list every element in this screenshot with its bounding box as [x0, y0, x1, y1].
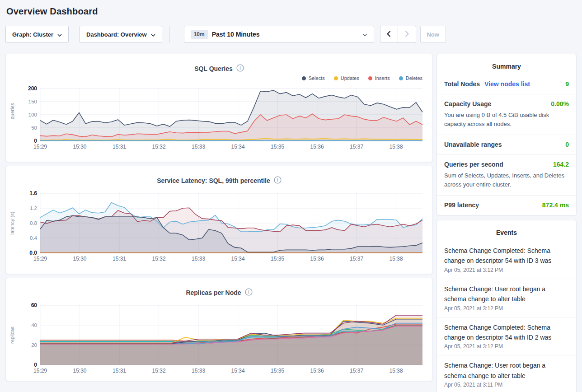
service-latency-chart[interactable]: 15:2915:3015:3115:3215:3315:3415:3515:36…: [19, 187, 426, 266]
chart-card-sql-queries: SQL Queries i Selects Updates Inserts De…: [5, 54, 433, 162]
summary-row-value: 0.00%: [551, 100, 569, 107]
summary-row: Unavailable ranges 0: [437, 135, 576, 154]
chevron-down-icon: [151, 31, 155, 38]
chart-title: Service Latency: SQL, 99th percentile: [157, 177, 270, 184]
svg-text:15:29: 15:29: [33, 368, 47, 374]
legend-item-selects[interactable]: Selects: [302, 75, 325, 81]
summary-row: P99 latency 872.4 ms: [437, 195, 576, 215]
svg-text:15:31: 15:31: [113, 144, 126, 150]
summary-row-description: You are using 0 B of 4.5 GiB usable disk…: [444, 111, 569, 128]
time-prev-button[interactable]: [380, 26, 398, 43]
svg-text:150: 150: [28, 99, 37, 104]
dashboard-dropdown-label: Dashboard: Overview: [86, 31, 147, 38]
info-icon[interactable]: i: [274, 176, 282, 186]
summary-row-label: P99 latency: [444, 201, 479, 209]
chart-plot-wrapper: latency (s) 15:2915:3015:3115:3215:3315:…: [6, 187, 432, 266]
chevron-left-icon: [387, 31, 391, 38]
svg-text:15:31: 15:31: [113, 368, 126, 374]
svg-text:15:29: 15:29: [33, 144, 47, 150]
summary-row-label: Queries per second: [444, 161, 503, 168]
legend-item-deletes[interactable]: Deletes: [399, 75, 422, 81]
event-message: Schema Change Completed: Schema change o…: [444, 322, 569, 343]
summary-row-label: Total Nodes: [444, 80, 480, 88]
view-nodes-list-link[interactable]: View nodes list: [484, 80, 530, 88]
svg-text:15:34: 15:34: [231, 256, 245, 262]
legend-dot-icon: [334, 76, 338, 80]
time-range-dropdown[interactable]: 10m Past 10 Minutes: [184, 26, 374, 43]
svg-text:100: 100: [28, 112, 37, 117]
y-axis-label: latency (s): [9, 191, 15, 255]
legend-dot-icon: [302, 76, 306, 80]
y-axis-label: queries: [9, 79, 15, 143]
events-title: Events: [437, 220, 576, 241]
event-item[interactable]: Schema Change Completed: Schema change o…: [437, 317, 576, 355]
events-list: Schema Change Completed: Schema change o…: [437, 241, 576, 392]
svg-text:15:35: 15:35: [271, 368, 284, 374]
svg-text:15:33: 15:33: [192, 144, 205, 150]
event-message: Schema Change: User root began a schema …: [444, 360, 569, 381]
y-axis-label: replicas: [9, 303, 15, 367]
svg-text:15:38: 15:38: [390, 256, 403, 262]
svg-text:15:29: 15:29: [33, 256, 47, 262]
graph-dropdown-label: Graph: Cluster: [12, 31, 53, 38]
graph-dropdown[interactable]: Graph: Cluster: [5, 26, 69, 43]
svg-text:60: 60: [31, 302, 38, 308]
summary-row-value: 9: [565, 80, 569, 88]
events-card: Events Schema Change Completed: Schema c…: [436, 220, 577, 392]
dashboard-dropdown[interactable]: Dashboard: Overview: [80, 26, 162, 43]
summary-row: Capacity Usage 0.00% You are using 0 B o…: [437, 94, 576, 135]
legend-dot-icon: [399, 76, 403, 80]
toolbar-divider: [169, 26, 170, 43]
chart-card-service-latency: Service Latency: SQL, 99th percentile i …: [5, 166, 433, 274]
svg-text:15:35: 15:35: [271, 144, 284, 150]
chart-title: SQL Queries: [194, 65, 233, 72]
legend-item-updates[interactable]: Updates: [334, 75, 359, 81]
svg-text:15:33: 15:33: [192, 368, 205, 374]
info-icon[interactable]: i: [236, 64, 244, 74]
event-item[interactable]: Schema Change: User root began a schema …: [437, 279, 576, 317]
event-timestamp: Apr 05, 2021 at 3:12 PM: [444, 343, 569, 350]
summary-row-description: Sum of Selects, Updates, Inserts, and De…: [444, 171, 569, 189]
summary-row: Queries per second 164.2 Sum of Selects,…: [437, 154, 576, 195]
svg-text:1.6: 1.6: [29, 190, 37, 196]
svg-text:i: i: [277, 178, 278, 182]
legend-item-inserts[interactable]: Inserts: [368, 75, 390, 81]
sql-queries-chart[interactable]: 15:2915:3015:3115:3215:3315:3415:3515:36…: [19, 75, 426, 154]
event-item[interactable]: Schema Change: User root began a schema …: [437, 355, 576, 392]
svg-text:15:32: 15:32: [152, 256, 166, 262]
event-message: Schema Change Completed: Schema change o…: [444, 246, 569, 266]
svg-text:15:32: 15:32: [152, 368, 166, 374]
svg-text:20: 20: [31, 342, 37, 348]
svg-text:15:37: 15:37: [350, 368, 363, 374]
chart-card-replicas-per-node: Replicas per Node i replicas 15:2915:301…: [5, 278, 433, 381]
svg-text:15:34: 15:34: [231, 368, 245, 374]
time-next-button[interactable]: [398, 26, 416, 43]
event-item[interactable]: Schema Change Completed: Schema change o…: [437, 241, 576, 279]
svg-text:15:36: 15:36: [310, 256, 324, 262]
legend-item-label: Selects: [309, 75, 325, 81]
svg-text:15:37: 15:37: [350, 144, 363, 150]
chevron-down-icon: [362, 31, 367, 38]
summary-row: Total Nodes View nodes list 9: [437, 75, 576, 94]
info-icon[interactable]: i: [245, 288, 253, 298]
svg-text:0: 0: [34, 138, 37, 144]
chart-plot-wrapper: queries 15:2915:3015:3115:3215:3315:3415…: [6, 75, 432, 154]
legend-item-label: Updates: [341, 75, 359, 81]
svg-text:15:30: 15:30: [73, 144, 87, 150]
toolbar: Graph: Cluster Dashboard: Overview 10m P…: [5, 26, 577, 43]
svg-text:50: 50: [31, 125, 37, 131]
replicas-per-node-chart[interactable]: 15:2915:3015:3115:3215:3315:3415:3515:36…: [19, 299, 426, 378]
summary-rows: Total Nodes View nodes list 9 Capacity U…: [437, 75, 576, 215]
chevron-down-icon: [57, 31, 62, 38]
chart-header: SQL Queries i: [6, 54, 432, 75]
summary-row-value: 164.2: [553, 161, 569, 168]
svg-text:15:36: 15:36: [310, 368, 324, 374]
svg-text:40: 40: [31, 322, 37, 328]
event-timestamp: Apr 05, 2021 at 3:12 PM: [444, 267, 569, 273]
now-button[interactable]: Now: [420, 26, 446, 43]
summary-row-value: 872.4 ms: [542, 201, 569, 209]
svg-text:0.8: 0.8: [30, 220, 37, 226]
summary-row-label: Capacity Usage: [444, 100, 491, 107]
overview-dashboard-page: Overview Dashboard Graph: Cluster Dashbo…: [0, 0, 582, 392]
summary-row-value: 0: [565, 141, 569, 148]
